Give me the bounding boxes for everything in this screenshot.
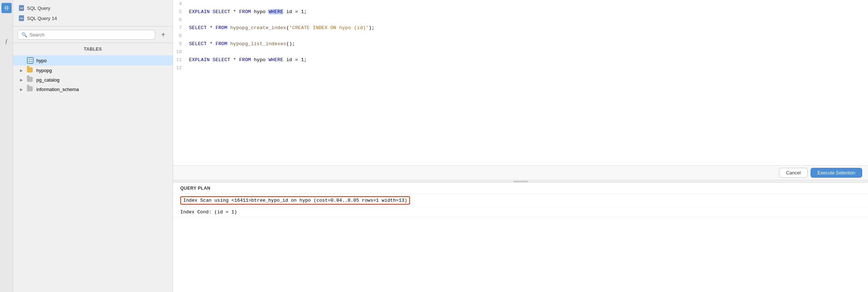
query-items: sql SQL Query sql SQL Query 14 <box>13 0 173 26</box>
line-content-5: EXPLAIN SELECT * FROM hypo WHERE id = 1; <box>188 8 868 16</box>
divider-handle <box>513 181 528 182</box>
table-item-information-schema-label: information_schema <box>36 87 79 92</box>
code-line-5: 5 EXPLAIN SELECT * FROM hypo WHERE id = … <box>173 8 868 16</box>
sidebar-item-sql-query-14[interactable]: sql SQL Query 14 <box>13 13 173 23</box>
editor-toolbar: Cancel Execute Selection <box>173 165 868 180</box>
search-icon: 🔍 <box>21 32 27 38</box>
sidebar: sql SQL Query sql SQL Query 14 🔍 + TABLE… <box>13 0 173 292</box>
hypopg-schema-icon <box>27 67 33 73</box>
line-content-9: SELECT * FROM hypopg_list_indexes(); <box>188 40 868 48</box>
search-input[interactable] <box>29 32 151 38</box>
code-line-6: 6 <box>173 16 868 24</box>
code-line-9: 9 SELECT * FROM hypopg_list_indexes(); <box>173 40 868 48</box>
information-schema-folder-icon <box>27 86 33 92</box>
code-line-11: 11 EXPLAIN SELECT * FROM hypo WHERE id =… <box>173 56 868 64</box>
table-item-information-schema[interactable]: ▶ information_schema <box>13 84 173 94</box>
pg-catalog-folder-icon <box>27 77 33 83</box>
expand-arrow-information-schema[interactable]: ▶ <box>19 87 24 92</box>
sidebar-item-sql-query[interactable]: sql SQL Query <box>13 3 173 13</box>
line-content-7: SELECT * FROM hypopg_create_index('CREAT… <box>188 24 868 32</box>
svg-rect-4 <box>7 5 8 11</box>
line-number-10: 10 <box>173 48 188 56</box>
code-line-12: 12 <box>173 64 868 72</box>
code-line-4: 4 <box>173 0 868 8</box>
search-bar[interactable]: 🔍 <box>17 30 155 40</box>
add-button[interactable]: + <box>158 29 168 40</box>
line-number-8: 8 <box>173 32 188 40</box>
hypo-table-icon <box>27 57 33 64</box>
line-number-4: 4 <box>173 0 188 8</box>
table-item-hypo[interactable]: hypo <box>13 55 173 66</box>
svg-rect-2 <box>4 8 9 9</box>
line-number-7: 7 <box>173 24 188 32</box>
line-number-11: 11 <box>173 56 188 64</box>
result-cell-1: Index Cond: (id = 1) <box>173 207 868 217</box>
cancel-button[interactable]: Cancel <box>779 168 807 178</box>
code-area[interactable]: 4 5 EXPLAIN SELECT * FROM hypo WHERE id … <box>173 0 868 165</box>
table-item-hypo-label: hypo <box>36 58 47 63</box>
app-container: ƒ sql SQL Query sql SQL Query 14 🔍 + TAB… <box>0 0 173 292</box>
result-row-0: Index Scan using <16411>btree_hypo_id on… <box>173 194 868 207</box>
tables-list: hypo ▶ hypopg ▶ pg <box>13 54 173 292</box>
result-cell-0: Index Scan using <16411>btree_hypo_id on… <box>173 194 868 207</box>
svg-rect-3 <box>5 5 6 11</box>
line-content-11: EXPLAIN SELECT * FROM hypo WHERE id = 1; <box>188 56 868 64</box>
result-row-1: Index Cond: (id = 1) <box>173 207 868 217</box>
function-nav-icon[interactable]: ƒ <box>1 36 12 47</box>
sql-file-icon-14: sql <box>19 15 24 21</box>
tables-header: TABLES <box>13 43 173 54</box>
code-line-8: 8 <box>173 32 868 40</box>
results-area: QUERY PLAN Index Scan using <16411>btree… <box>173 183 868 292</box>
sql-file-icon: sql <box>19 5 24 11</box>
sidebar-item-sql-query-label: SQL Query <box>27 5 51 11</box>
expand-arrow-pg-catalog[interactable]: ▶ <box>19 77 24 82</box>
result-value-1: Index Cond: (id = 1) <box>180 209 237 215</box>
table-item-pg-catalog-label: pg_catalog <box>36 77 60 83</box>
line-number-12: 12 <box>173 64 188 72</box>
result-highlight-0: Index Scan using <16411>btree_hypo_id on… <box>180 196 410 205</box>
search-bar-container: 🔍 + <box>13 26 173 43</box>
results-header: QUERY PLAN <box>173 183 868 194</box>
line-number-5: 5 <box>173 8 188 16</box>
expand-arrow-hypopg[interactable]: ▶ <box>19 68 24 73</box>
table-nav-icon[interactable] <box>1 3 12 13</box>
sidebar-item-sql-query-14-label: SQL Query 14 <box>27 16 57 21</box>
execute-selection-button[interactable]: Execute Selection <box>811 168 862 178</box>
code-lines: 4 5 EXPLAIN SELECT * FROM hypo WHERE id … <box>173 0 868 72</box>
line-number-6: 6 <box>173 16 188 24</box>
expand-arrow-hypo[interactable] <box>19 58 24 63</box>
code-line-10: 10 <box>173 48 868 56</box>
svg-rect-0 <box>4 5 9 11</box>
results-tbody: Index Scan using <16411>btree_hypo_id on… <box>173 194 868 217</box>
left-nav: ƒ <box>0 0 13 292</box>
table-item-pg-catalog[interactable]: ▶ pg_catalog <box>13 75 173 84</box>
code-editor: 4 5 EXPLAIN SELECT * FROM hypo WHERE id … <box>173 0 868 180</box>
line-number-9: 9 <box>173 40 188 48</box>
table-item-hypopg-label: hypopg <box>36 68 52 73</box>
table-item-hypopg[interactable]: ▶ hypopg <box>13 66 173 75</box>
svg-rect-1 <box>4 7 9 7</box>
code-line-7: 7 SELECT * FROM hypopg_create_index('CRE… <box>173 24 868 32</box>
divider[interactable] <box>173 180 868 183</box>
main-content: 4 5 EXPLAIN SELECT * FROM hypo WHERE id … <box>173 0 868 292</box>
results-table: Index Scan using <16411>btree_hypo_id on… <box>173 194 868 217</box>
